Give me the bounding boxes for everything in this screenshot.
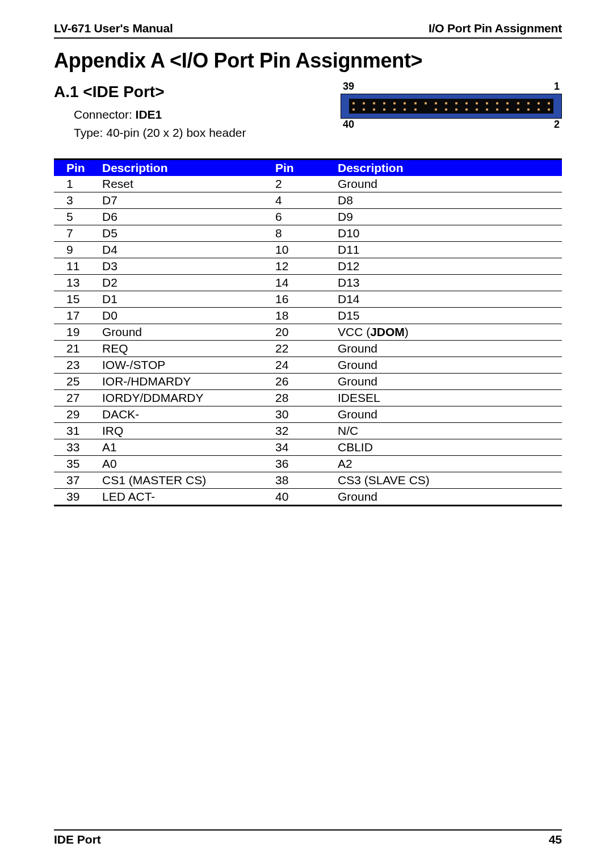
cell-pin-right: 16 [275,291,338,308]
cell-pin-right: 38 [275,472,338,489]
pin-label-40: 40 [343,119,354,131]
cell-pin-left: 25 [54,374,102,390]
cell-desc-right: A2 [338,456,562,472]
table-row: 31IRQ32N/C [54,423,562,439]
cell-pin-left: 5 [54,209,102,225]
cell-pin-right: 4 [275,192,338,209]
cell-desc-left: D4 [102,242,275,258]
table-row: 15D116D14 [54,291,562,308]
page-footer: IDE Port 45 [54,829,562,846]
table-row: 3D74D8 [54,192,562,209]
cell-pin-right: 28 [275,390,338,406]
table-row: 11D312D12 [54,258,562,275]
cell-pin-right: 36 [275,456,338,472]
table-row: 23IOW-/STOP24Ground [54,357,562,374]
cell-desc-right: Ground [338,406,562,423]
cell-desc-right: D11 [338,242,562,258]
cell-pin-left: 35 [54,456,102,472]
header-left: LV-671 User's Manual [54,22,173,35]
cell-desc-left: A1 [102,439,275,456]
cell-desc-left: IRQ [102,423,275,439]
table-header-row: Pin Description Pin Description [54,160,562,177]
section-heading: A.1 <IDE Port> [54,83,246,101]
appendix-title: Appendix A <I/O Port Pin Assignment> [54,49,562,73]
table-row: 27IORDY/DDMARDY28IDESEL [54,390,562,406]
header-divider [54,37,562,39]
col-header-desc2: Description [338,160,562,177]
connector-inner [349,99,553,114]
cell-pin-left: 15 [54,291,102,308]
connector-line: Connector: IDE1 [74,106,246,124]
cell-pin-right: 2 [275,176,338,192]
cell-pin-left: 31 [54,423,102,439]
table-row: 9D410D11 [54,242,562,258]
cell-pin-left: 1 [54,176,102,192]
connector-diagram: 39 1 40 2 [341,81,562,132]
cell-pin-right: 18 [275,308,338,324]
pin-label-39: 39 [343,81,354,93]
cell-pin-right: 6 [275,209,338,225]
table-row: 29DACK-30Ground [54,406,562,423]
connector-box [341,94,562,119]
cell-pin-left: 29 [54,406,102,423]
cell-desc-left: Ground [102,324,275,341]
cell-pin-right: 24 [275,357,338,374]
pin-label-2: 2 [554,119,560,131]
table-row: 33A134CBLID [54,439,562,456]
cell-desc-left: IOW-/STOP [102,357,275,374]
col-header-pin1: Pin [54,160,102,177]
cell-desc-right: Ground [338,341,562,357]
cell-desc-right: VCC (JDOM) [338,324,562,341]
cell-desc-right: N/C [338,423,562,439]
pin-label-1: 1 [554,81,560,93]
table-row: 19Ground20VCC (JDOM) [54,324,562,341]
cell-pin-left: 19 [54,324,102,341]
cell-pin-right: 22 [275,341,338,357]
cell-pin-left: 27 [54,390,102,406]
table-row: 39LED ACT-40Ground [54,489,562,506]
cell-desc-left: D0 [102,308,275,324]
footer-divider [54,829,562,831]
cell-desc-right: CS3 (SLAVE CS) [338,472,562,489]
col-header-pin2: Pin [275,160,338,177]
cell-pin-right: 8 [275,225,338,242]
cell-desc-right: D8 [338,192,562,209]
pin-assignment-table: Pin Description Pin Description 1Reset2G… [54,158,562,506]
footer-right: 45 [549,833,562,846]
cell-pin-right: 34 [275,439,338,456]
cell-desc-right: D12 [338,258,562,275]
cell-pin-left: 3 [54,192,102,209]
cell-pin-left: 21 [54,341,102,357]
cell-desc-left: IOR-/HDMARDY [102,374,275,390]
cell-pin-left: 11 [54,258,102,275]
cell-pin-left: 17 [54,308,102,324]
table-row: 25IOR-/HDMARDY26Ground [54,374,562,390]
cell-pin-right: 20 [275,324,338,341]
cell-desc-left: D7 [102,192,275,209]
cell-desc-right: D10 [338,225,562,242]
page-header: LV-671 User's Manual I/O Port Pin Assign… [54,22,562,35]
cell-desc-left: D1 [102,291,275,308]
cell-desc-right: D13 [338,275,562,291]
cell-pin-left: 33 [54,439,102,456]
cell-desc-left: D6 [102,209,275,225]
footer-left: IDE Port [54,833,101,846]
table-row: 21REQ22Ground [54,341,562,357]
cell-desc-left: A0 [102,456,275,472]
cell-desc-right: Ground [338,374,562,390]
cell-pin-left: 9 [54,242,102,258]
cell-pin-right: 40 [275,489,338,506]
cell-pin-right: 32 [275,423,338,439]
table-row: 1Reset2Ground [54,176,562,192]
col-header-desc1: Description [102,160,275,177]
cell-desc-left: D5 [102,225,275,242]
cell-desc-right: Ground [338,357,562,374]
table-row: 17D018D15 [54,308,562,324]
cell-pin-right: 12 [275,258,338,275]
cell-desc-left: LED ACT- [102,489,275,506]
cell-pin-left: 39 [54,489,102,506]
cell-desc-right: Ground [338,176,562,192]
table-row: 35A036A2 [54,456,562,472]
table-row: 5D66D9 [54,209,562,225]
type-line: Type: 40-pin (20 x 2) box header [74,124,246,142]
